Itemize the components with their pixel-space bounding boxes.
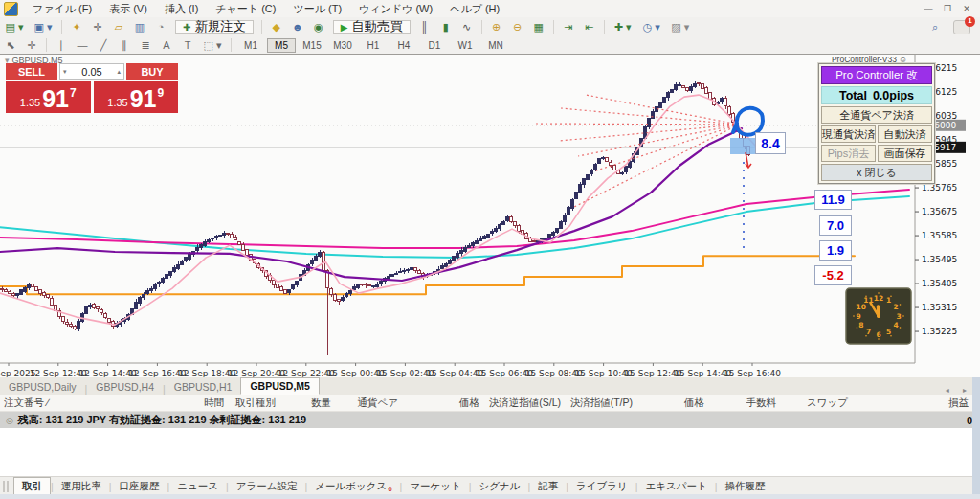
- indicators-icon[interactable]: ✚ ▾: [610, 19, 636, 34]
- vertical-line-icon[interactable]: ∣: [52, 37, 71, 53]
- chart-tab-gbpusd-h4[interactable]: GBPUSD,H4: [87, 379, 163, 395]
- data-window-icon[interactable]: ✛: [88, 19, 107, 34]
- sell-button[interactable]: SELL: [6, 63, 57, 80]
- chart-tab-gbpusd-daily[interactable]: GBPUSD,Daily: [0, 379, 85, 395]
- price-tick: 1.35495: [922, 255, 957, 264]
- close-button[interactable]: ✕: [959, 3, 974, 14]
- experts-icon[interactable]: ☻: [288, 19, 307, 34]
- metaeditor-icon[interactable]: ◆: [267, 19, 286, 34]
- market-watch-icon[interactable]: ✦: [67, 19, 86, 34]
- close-all-pairs-button[interactable]: 全通貨ペア決済: [821, 106, 932, 124]
- timeframe-m5[interactable]: M5: [267, 38, 296, 53]
- new-chart-icon[interactable]: ▤ ▾: [1, 19, 28, 34]
- terminal-column-11[interactable]: 損益: [852, 397, 972, 410]
- bottom-tab-3[interactable]: ニュース: [169, 478, 226, 495]
- autotrading-button[interactable]: ▶ 自動売買: [333, 20, 411, 34]
- terminal-column-3[interactable]: 数量: [279, 397, 335, 410]
- shapes-icon[interactable]: ⬚ ▾: [199, 37, 226, 53]
- menu-item-4[interactable]: ツール (T): [284, 0, 350, 18]
- timeframe-mn[interactable]: MN: [481, 38, 510, 53]
- timeframe-m15[interactable]: M15: [298, 38, 326, 53]
- pips-label-11.9: 11.9: [814, 190, 852, 210]
- bottom-tab-1[interactable]: 運用比率: [54, 478, 109, 495]
- menu-item-6[interactable]: ヘルプ (H): [441, 0, 508, 18]
- candlestick-icon[interactable]: ▮: [436, 19, 456, 34]
- terminal-column-5[interactable]: 価格: [402, 397, 483, 410]
- lot-size-input[interactable]: ▾ 0.05 ▴: [59, 63, 124, 80]
- lot-decrement[interactable]: ▾: [63, 68, 67, 76]
- bottom-tab-5[interactable]: メールボックス6: [307, 478, 399, 495]
- menu-item-0[interactable]: ファイル (F): [24, 0, 100, 18]
- menu-item-3[interactable]: チャート (C): [207, 0, 284, 18]
- terminal-column-9[interactable]: 手数料: [708, 397, 780, 410]
- terminal-column-2[interactable]: 取引種別: [228, 397, 279, 410]
- close-panel-button[interactable]: x 閉じる: [821, 164, 932, 181]
- timeframe-m1[interactable]: M1: [236, 38, 265, 53]
- bottom-tab-11[interactable]: 操作履歴: [717, 478, 772, 495]
- new-order-button[interactable]: ✚ 新規注文: [175, 20, 254, 34]
- timeframe-m30[interactable]: M30: [328, 38, 357, 53]
- timeframe-h4[interactable]: H4: [390, 38, 418, 53]
- chart-tab-gbpusd-m5[interactable]: GBPUSD,M5: [240, 377, 319, 395]
- trendline-icon[interactable]: ╱: [94, 37, 113, 53]
- timeframe-d1[interactable]: D1: [420, 38, 449, 53]
- bottom-tab-4[interactable]: アラーム設定: [229, 478, 305, 495]
- close-current-pair-button[interactable]: 現通貨決済: [821, 125, 876, 143]
- bar-chart-icon[interactable]: ║: [415, 19, 434, 34]
- fibonacci-icon[interactable]: ≣: [136, 37, 155, 53]
- chart-window[interactable]: 1234567891011121.362151.361251.360351.35…: [0, 54, 980, 378]
- crosshair-icon[interactable]: ✛: [22, 37, 41, 53]
- bottom-tab-0[interactable]: 取引: [13, 477, 51, 496]
- periods-icon[interactable]: ◷ ▾: [638, 19, 665, 34]
- chart-tab-gbpusd-h1[interactable]: GBPUSD,H1: [166, 379, 241, 395]
- zoom-in-icon[interactable]: ⊕: [487, 19, 506, 34]
- ask-price-box[interactable]: 1.35919: [94, 81, 179, 113]
- terminal-icon[interactable]: ▥: [130, 19, 149, 34]
- zoom-out-icon[interactable]: ⊖: [508, 19, 527, 34]
- terminal-column-0[interactable]: 注文番号 ∕: [0, 397, 134, 410]
- bottom-tab-7[interactable]: シグナル: [472, 478, 528, 495]
- terminal-column-7[interactable]: 決済指値(T/P): [565, 397, 636, 410]
- auto-close-button[interactable]: 自動決済: [878, 125, 932, 143]
- navigator-icon[interactable]: ▱: [109, 19, 128, 34]
- balance-row[interactable]: ◎ 残高: 131 219 JPY 有効証拠金: 131 219 余剰証拠金: …: [0, 412, 980, 428]
- profiles-icon[interactable]: ▣ ▾: [30, 19, 56, 34]
- timeframe-w1[interactable]: W1: [451, 38, 479, 53]
- buy-button[interactable]: BUY: [126, 63, 178, 80]
- bottom-tab-10[interactable]: エキスパート: [637, 478, 714, 495]
- timeframe-h1[interactable]: H1: [359, 38, 388, 53]
- lot-increment[interactable]: ▴: [117, 68, 121, 76]
- terminal-column-4[interactable]: 通貨ペア: [335, 397, 402, 410]
- bottom-tab-2[interactable]: 口座履歴: [111, 478, 167, 495]
- horizontal-line-icon[interactable]: —: [73, 37, 92, 53]
- strategy-tester-icon[interactable]: ◔: [151, 19, 170, 34]
- community-icon[interactable]: ◉: [309, 19, 328, 34]
- tile-windows-icon[interactable]: ▦: [529, 19, 548, 34]
- terminal-column-6[interactable]: 決済逆指値(S/L): [483, 397, 565, 410]
- bid-price-box[interactable]: 1.35917: [6, 81, 91, 113]
- channel-icon[interactable]: ∥: [115, 37, 134, 53]
- terminal-column-10[interactable]: スワップ: [780, 397, 852, 410]
- templates-icon[interactable]: ▨ ▾: [667, 19, 694, 34]
- line-chart-icon[interactable]: ∿: [457, 19, 477, 34]
- restore-button[interactable]: ❐: [940, 3, 955, 14]
- label-icon[interactable]: T: [178, 37, 197, 53]
- bottom-tab-6[interactable]: マーケット: [402, 478, 468, 495]
- pips-clear-button[interactable]: Pips消去: [821, 145, 876, 162]
- menu-item-2[interactable]: 挿入 (I): [156, 0, 207, 18]
- menu-item-1[interactable]: 表示 (V): [100, 0, 156, 18]
- save-screen-button[interactable]: 画面保存: [878, 145, 932, 162]
- svg-text:3: 3: [896, 312, 901, 321]
- text-icon[interactable]: A: [157, 37, 176, 53]
- cursor-icon[interactable]: ⬉: [1, 37, 20, 53]
- bottom-tab-8[interactable]: 記事: [530, 478, 566, 495]
- minimize-button[interactable]: —: [921, 3, 936, 14]
- menu-item-5[interactable]: ウィンドウ (W): [350, 0, 441, 18]
- search-icon[interactable]: ⌕: [925, 19, 945, 34]
- chart-shift-icon[interactable]: ⇤: [580, 19, 599, 34]
- auto-scroll-icon[interactable]: ⇥: [559, 19, 578, 34]
- notifications-icon[interactable]: 1: [953, 20, 970, 34]
- bottom-tab-9[interactable]: ライブラリ: [568, 478, 635, 495]
- terminal-column-8[interactable]: 価格: [636, 397, 708, 410]
- terminal-column-1[interactable]: 時間: [134, 397, 228, 410]
